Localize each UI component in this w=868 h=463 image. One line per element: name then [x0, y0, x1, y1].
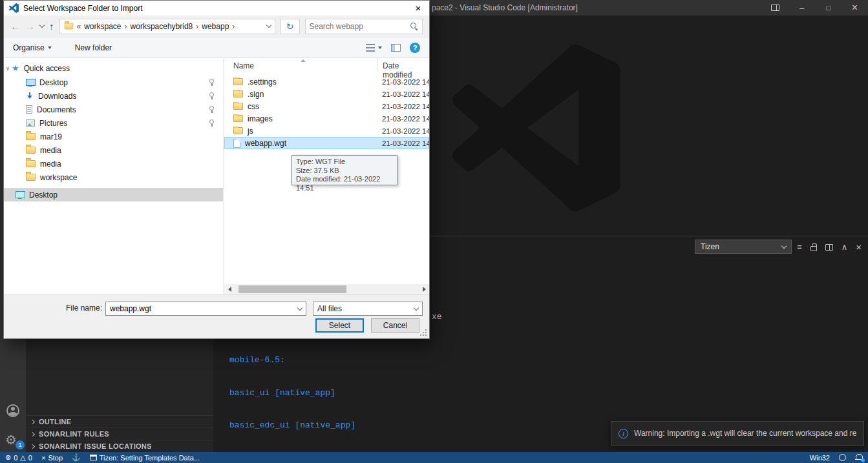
breadcrumb-workspacehybrid8[interactable]: workspacehybrid8: [131, 22, 193, 31]
settings-button[interactable]: ⚙ 1: [5, 431, 22, 448]
feedback-item[interactable]: [839, 454, 846, 461]
file-row-css[interactable]: css 21-03-2022 14:51: [224, 100, 429, 112]
file-row-webapp-wgt[interactable]: webapp.wgt 21-03-2022 14:51: [224, 137, 429, 149]
customize-layout-icon[interactable]: [762, 0, 789, 15]
cancel-button[interactable]: Cancel: [371, 318, 419, 333]
breadcrumb-separator[interactable]: ›: [232, 22, 235, 31]
search-input[interactable]: [310, 22, 410, 31]
tree-item-desktop-root[interactable]: Desktop: [4, 188, 223, 201]
file-type-combobox[interactable]: All files: [313, 302, 423, 316]
platform-indicator[interactable]: Win32: [810, 454, 830, 462]
scrollbar-thumb[interactable]: [238, 285, 346, 293]
folder-icon: [233, 90, 243, 98]
documents-icon: [26, 105, 32, 114]
breadcrumb-webapp[interactable]: webapp: [202, 22, 229, 31]
file-name: css: [248, 102, 259, 111]
caret-down-icon: [48, 46, 52, 49]
breadcrumb-overflow[interactable]: «: [77, 22, 81, 31]
back-button[interactable]: ←: [10, 21, 20, 31]
tree-expand-icon[interactable]: ∨: [4, 65, 12, 72]
recent-locations-dropdown-icon[interactable]: [39, 23, 45, 28]
file-row-js[interactable]: js 21-03-2022 14:51: [224, 125, 429, 137]
forward-button[interactable]: →: [25, 21, 35, 31]
tree-item-downloads[interactable]: Downloads: [4, 89, 223, 103]
tree-item-mar19[interactable]: mar19: [4, 130, 223, 143]
file-tooltip: Type: WGT File Size: 37.5 KB Date modifi…: [291, 155, 397, 185]
scroll-left-icon: [228, 287, 231, 292]
section-outline[interactable]: OUTLINE: [26, 415, 213, 427]
output-filter-icon[interactable]: ≡: [797, 242, 802, 252]
refresh-icon: ↻: [286, 21, 294, 32]
tree-item-quick-access[interactable]: ∨ ★ Quick access: [4, 61, 223, 75]
notifications-bell[interactable]: [855, 454, 863, 461]
new-folder-button[interactable]: New folder: [75, 43, 112, 52]
stop-button[interactable]: × Stop: [41, 454, 63, 462]
preview-pane-icon[interactable]: [391, 44, 401, 52]
problems-indicator[interactable]: ⊗ 0 △ 0: [5, 453, 32, 462]
folder-icon: [26, 147, 36, 154]
account-icon[interactable]: [6, 404, 19, 417]
search-box[interactable]: [305, 19, 423, 34]
maximize-button[interactable]: □: [815, 0, 842, 15]
window-close-button[interactable]: ×: [842, 0, 868, 15]
organise-button[interactable]: Organise: [13, 43, 52, 52]
scroll-left-button[interactable]: [224, 284, 235, 294]
tree-item-documents[interactable]: Documents: [4, 103, 223, 116]
pin-icon[interactable]: [208, 119, 215, 127]
folder-icon: [233, 78, 243, 85]
file-type-dropdown-button[interactable]: [410, 302, 422, 315]
scroll-right-button[interactable]: [419, 284, 429, 294]
help-icon[interactable]: ?: [410, 43, 420, 53]
column-header-date-modified[interactable]: Date modified: [377, 58, 429, 72]
chevron-right-icon: [30, 431, 35, 436]
dialog-close-button[interactable]: ×: [407, 1, 429, 15]
up-button[interactable]: ↑: [49, 21, 54, 31]
breadcrumb-workspace[interactable]: workspace: [84, 22, 121, 31]
close-panel-icon[interactable]: ×: [856, 242, 862, 252]
section-sonarlint-rules[interactable]: SONARLINT RULES: [26, 427, 213, 440]
folder-icon: [233, 127, 243, 134]
file-name-label: File name:: [30, 304, 102, 313]
pin-icon[interactable]: [208, 78, 215, 87]
stop-label: Stop: [48, 454, 63, 462]
file-name-combobox[interactable]: [105, 302, 306, 316]
change-view-button[interactable]: [366, 44, 382, 52]
split-panel-icon[interactable]: [825, 244, 833, 251]
breadcrumb-separator[interactable]: ›: [196, 22, 198, 31]
notification-toast[interactable]: i Warning: Importing a .wgt will clear t…: [611, 421, 864, 446]
tree-item-media-2[interactable]: media: [4, 157, 223, 170]
select-button[interactable]: Select: [315, 318, 364, 333]
file-row-settings[interactable]: .settings 21-03-2022 14:51: [224, 76, 429, 88]
tree-item-pictures[interactable]: Pictures: [4, 116, 223, 130]
tree-item-media[interactable]: media: [4, 143, 223, 157]
minimize-button[interactable]: –: [789, 0, 815, 15]
anchor-status-item[interactable]: ⚓: [72, 453, 81, 462]
column-header-name[interactable]: Name: [233, 61, 254, 70]
tree-item-label: workspace: [40, 173, 77, 182]
tree-item-workspace[interactable]: workspace: [4, 170, 223, 184]
file-date: 21-03-2022 14:51: [382, 127, 429, 135]
notification-dot: [861, 458, 865, 462]
pin-icon[interactable]: [208, 92, 215, 100]
file-row-images[interactable]: images 21-03-2022 14:51: [224, 112, 429, 125]
breadcrumb-separator[interactable]: ›: [125, 22, 127, 31]
address-dropdown-icon[interactable]: [266, 23, 271, 28]
horizontal-scrollbar[interactable]: [224, 284, 429, 294]
resize-grip[interactable]: [419, 328, 428, 337]
file-name-input[interactable]: [106, 304, 294, 313]
file-date: 21-03-2022 14:51: [382, 103, 429, 110]
scrollbar-track[interactable]: [235, 284, 419, 294]
lock-icon[interactable]: [810, 246, 817, 251]
tizen-status-item[interactable]: Tizen: Setting Templates Data...: [90, 454, 200, 462]
address-bar[interactable]: « workspace › workspacehybrid8 › webapp …: [59, 19, 275, 34]
tree-item-desktop[interactable]: Desktop: [4, 76, 223, 89]
section-sonarlint-issue-locations[interactable]: SONARLINT ISSUE LOCATIONS: [26, 440, 213, 452]
chevron-right-icon: [30, 419, 35, 424]
maximize-panel-icon[interactable]: ∧: [842, 242, 848, 252]
output-channel-dropdown[interactable]: Tizen: [695, 240, 792, 254]
file-row-sign[interactable]: .sign 21-03-2022 14:51: [224, 88, 429, 100]
pin-icon[interactable]: [208, 105, 215, 114]
file-name-dropdown-button[interactable]: [294, 302, 306, 315]
refresh-button[interactable]: ↻: [281, 19, 300, 34]
dialog-title-bar: Select Workspace Folder to Import ×: [4, 1, 429, 15]
